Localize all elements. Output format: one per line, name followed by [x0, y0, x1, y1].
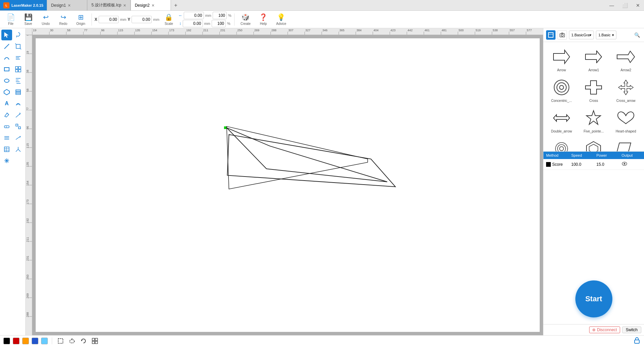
left-toolbar: A A [0, 28, 26, 335]
canvas-area[interactable] [32, 35, 543, 335]
panel-camera-btn[interactable] [558, 30, 567, 40]
table-tool[interactable] [1, 144, 12, 155]
shape-cross-arrow[interactable]: Cross_arrow [610, 75, 641, 105]
tab-template-close[interactable]: × [123, 3, 126, 8]
advice-btn[interactable]: 💡 Advice [273, 12, 290, 27]
polygon-tool[interactable] [1, 87, 12, 98]
redo-btn[interactable]: ↪ Redo [55, 12, 71, 27]
refresh-btn[interactable] [79, 337, 88, 345]
five-pointed-shape-icon [583, 108, 604, 128]
cross-arrow-label: Cross_arrow [616, 99, 636, 103]
save-btn[interactable]: 💾 Save [20, 12, 36, 27]
color-red[interactable] [13, 338, 20, 344]
shape-concentric[interactable]: Concentric_... [546, 75, 577, 105]
tab-design1-close[interactable]: × [68, 3, 71, 8]
svg-rect-12 [15, 70, 18, 72]
tab-add[interactable]: + [171, 0, 181, 10]
shape-heart[interactable]: Heart-shaped [610, 106, 641, 135]
shape-parallelogram[interactable]: Parallelogram [610, 137, 641, 151]
color-blue[interactable] [32, 338, 38, 344]
tab-design2[interactable]: Design2 × [131, 0, 171, 10]
shape-arrow1[interactable]: Arrow1 [578, 45, 609, 74]
snowflake-tool[interactable] [1, 155, 12, 166]
shape-cross[interactable]: Cross [578, 75, 609, 105]
svg-rect-9 [4, 68, 9, 71]
shape-helical[interactable]: Helical_line [546, 137, 577, 151]
laser-row-1[interactable]: Score 100.0 15.0 [543, 159, 644, 170]
lasso-tool[interactable] [13, 30, 24, 40]
crop-tool[interactable] [13, 41, 24, 52]
y-input[interactable] [132, 16, 152, 23]
eraser-tool[interactable] [1, 121, 12, 132]
grid-btn[interactable] [91, 337, 99, 345]
h-pct-input[interactable] [212, 20, 226, 27]
search-btn[interactable]: 🔍 [633, 31, 641, 39]
svg-point-14 [4, 79, 9, 82]
tab-design1-label: Design1 [51, 3, 66, 8]
h-arrow-icon: ↕ [179, 21, 181, 26]
curve-tool[interactable] [1, 52, 12, 63]
color-orange[interactable] [22, 338, 29, 344]
arrow-label: Arrow [557, 68, 566, 72]
node-tool[interactable] [13, 110, 24, 120]
main-toolbar: 📄 File 💾 Save ↩ Undo ↪ Redo ⊞ Origin X m… [0, 11, 644, 28]
line-tool[interactable] [1, 41, 12, 52]
panel-design-btn[interactable] [546, 30, 556, 40]
switch-button[interactable]: Switch [622, 326, 641, 333]
measure-tool[interactable] [13, 132, 24, 143]
ellipse-tool[interactable] [1, 75, 12, 86]
svg-point-51 [561, 34, 563, 36]
text-tool[interactable]: A [1, 98, 12, 109]
shape-arrow[interactable]: Arrow [546, 45, 577, 74]
layers-tool[interactable] [1, 132, 12, 143]
svg-marker-59 [618, 80, 633, 95]
minimize-btn[interactable]: — [605, 0, 618, 10]
tab-design2-close[interactable]: × [152, 3, 154, 8]
h-input[interactable] [183, 20, 203, 27]
close-btn-window[interactable]: ✕ [632, 0, 644, 10]
tab-template[interactable]: 5.设计图模板.lcp × [87, 0, 131, 10]
x-input[interactable] [99, 16, 119, 23]
maximize-btn[interactable]: ⬜ [618, 0, 632, 10]
shape-hexagonal[interactable]: Hexagonal_... [578, 137, 609, 151]
help-btn[interactable]: ❓ Help [255, 12, 272, 27]
shape-double-arrow[interactable]: Double_arrow [546, 106, 577, 135]
create-btn[interactable]: 🎲 Create [237, 12, 254, 27]
svg-rect-73 [92, 341, 95, 344]
select-rect-btn[interactable] [56, 337, 65, 345]
scale-btn[interactable]: 🔒 Scale [161, 12, 177, 27]
svg-rect-3 [16, 44, 20, 48]
laser-table-header: Method Speed Power Output [543, 152, 644, 159]
w-input[interactable] [184, 12, 204, 19]
w-pct-input[interactable] [213, 12, 227, 19]
undo-btn[interactable]: ↩ Undo [38, 12, 54, 27]
origin-btn[interactable]: ⊞ Origin [73, 12, 89, 27]
multirow-tool[interactable] [13, 87, 24, 98]
scissors-tool[interactable] [13, 144, 24, 155]
rect-tool[interactable] [1, 64, 12, 75]
shape-five-pointed[interactable]: Five_pointe... [578, 106, 609, 135]
svg-rect-11 [19, 67, 21, 69]
halftone-tool[interactable] [13, 75, 24, 86]
text-arc-tool[interactable]: A [13, 98, 24, 109]
laser-color-box [546, 162, 551, 167]
library-dropdown2[interactable]: 1.Basic ▾ [596, 31, 616, 39]
disconnect-button[interactable]: ⊗ Disconnect [589, 326, 620, 333]
tab-template-label: 5.设计图模板.lcp [92, 2, 121, 8]
select-tool[interactable] [1, 30, 12, 40]
laser-output[interactable] [619, 159, 644, 169]
file-btn[interactable]: 📄 File [3, 12, 19, 27]
align-tool[interactable] [13, 52, 24, 63]
shape-arrow2[interactable]: Arrow2 [610, 45, 641, 74]
distribute-tool[interactable] [13, 121, 24, 132]
color-black[interactable] [3, 338, 10, 344]
start-button[interactable]: Start [575, 280, 612, 317]
color-cyan[interactable] [41, 338, 48, 344]
svg-rect-36 [4, 147, 9, 152]
lasso-select-btn[interactable] [68, 337, 76, 345]
library-dropdown1[interactable]: 1.BasicGra▾ [569, 31, 594, 39]
fill-tool[interactable] [1, 110, 12, 120]
grid-layout-tool[interactable] [13, 64, 24, 75]
lock-btn-bottom[interactable] [633, 337, 641, 345]
tab-design1[interactable]: Design1 × [47, 0, 87, 10]
